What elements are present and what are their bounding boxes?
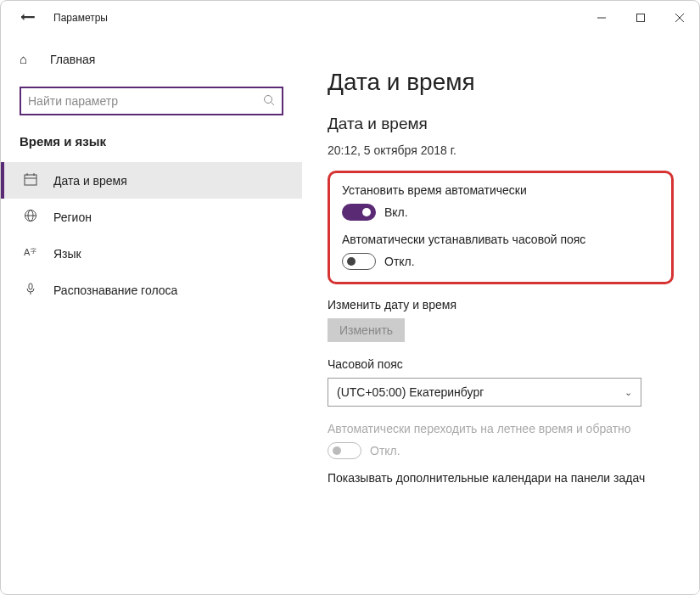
timezone-label: Часовой пояс <box>328 357 674 371</box>
globe-icon <box>23 209 38 225</box>
sidebar: ⌂ Главная Время и язык Дата и время <box>1 35 302 594</box>
svg-text:字: 字 <box>31 248 36 254</box>
page-title: Дата и время <box>328 69 674 96</box>
svg-line-5 <box>272 102 275 105</box>
home-label: Главная <box>50 53 95 66</box>
change-dt-label: Изменить дату и время <box>328 298 674 312</box>
dst-toggle <box>328 442 361 459</box>
search-input[interactable] <box>28 94 263 108</box>
timezone-value: (UTC+05:00) Екатеринбург <box>337 385 484 399</box>
auto-time-toggle[interactable] <box>342 204 376 221</box>
close-icon <box>675 14 684 22</box>
extra-cal-label: Показывать дополнительные календари на п… <box>328 471 674 485</box>
auto-time-label: Установить время автоматически <box>342 183 659 197</box>
home-link[interactable]: ⌂ Главная <box>1 43 302 75</box>
sidebar-item-region[interactable]: Регион <box>1 199 302 235</box>
category-label: Время и язык <box>1 121 302 155</box>
maximize-button[interactable] <box>621 4 660 31</box>
svg-text:A: A <box>24 247 31 257</box>
dst-label: Автоматически переходить на летнее время… <box>328 422 674 435</box>
svg-rect-15 <box>29 283 32 289</box>
sidebar-item-datetime[interactable]: Дата и время <box>1 162 302 199</box>
language-icon: A字 <box>23 245 38 261</box>
sidebar-item-label: Язык <box>53 247 81 261</box>
svg-rect-1 <box>637 14 645 22</box>
search-icon <box>263 94 275 109</box>
chevron-down-icon: ⌄ <box>624 387 632 398</box>
dst-state: Откл. <box>370 444 400 457</box>
svg-rect-6 <box>25 175 36 185</box>
window-title: Параметры <box>53 12 108 24</box>
main-content: Дата и время Дата и время 20:12, 5 октяб… <box>302 35 699 594</box>
back-button[interactable]: 🠔 <box>18 8 38 28</box>
sidebar-item-label: Дата и время <box>53 174 127 188</box>
section-subtitle: Дата и время <box>328 115 674 133</box>
minimize-button[interactable] <box>582 4 621 31</box>
current-datetime: 20:12, 5 октября 2018 г. <box>328 143 674 157</box>
search-box[interactable] <box>20 87 283 115</box>
sidebar-item-label: Распознавание голоса <box>53 283 177 297</box>
minimize-icon <box>597 14 606 22</box>
maximize-icon <box>636 14 645 22</box>
sidebar-item-language[interactable]: A字 Язык <box>1 235 302 272</box>
auto-tz-label: Автоматически устанавливать часовой пояс <box>342 233 659 246</box>
auto-tz-toggle[interactable] <box>342 253 376 270</box>
sidebar-item-speech[interactable]: Распознавание голоса <box>1 272 302 308</box>
timezone-select[interactable]: (UTC+05:00) Екатеринбург ⌄ <box>328 378 641 407</box>
auto-time-state: Вкл. <box>384 205 408 219</box>
home-icon: ⌂ <box>20 52 35 66</box>
auto-tz-state: Откл. <box>384 255 415 268</box>
svg-point-4 <box>265 95 272 103</box>
microphone-icon <box>23 282 38 298</box>
close-button[interactable] <box>660 4 699 31</box>
highlighted-settings: Установить время автоматически Вкл. Авто… <box>328 171 674 284</box>
sidebar-item-label: Регион <box>53 210 92 224</box>
change-button: Изменить <box>328 318 405 342</box>
calendar-icon <box>23 172 38 188</box>
titlebar: 🠔 Параметры <box>1 1 699 35</box>
